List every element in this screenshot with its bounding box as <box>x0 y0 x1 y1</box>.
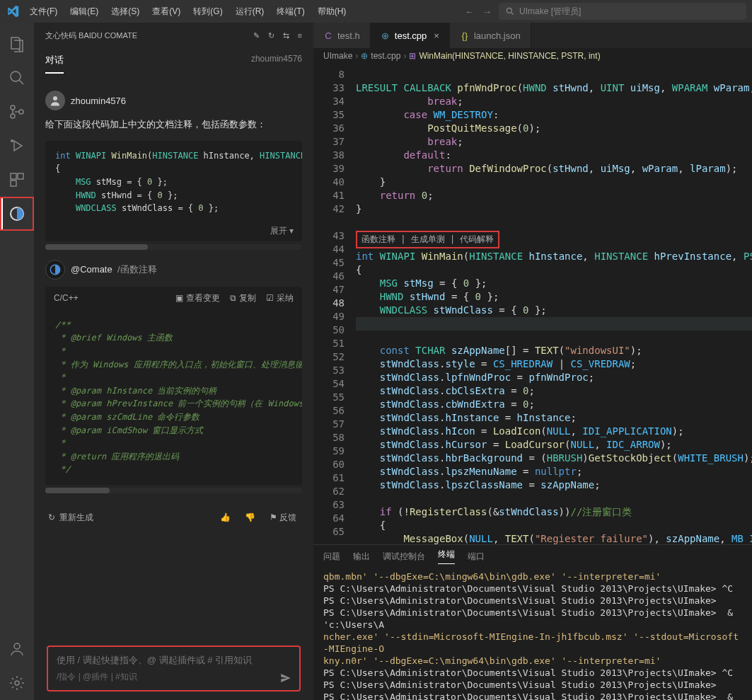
breadcrumb-symbol[interactable]: WinMain(HINSTANCE, HINSTANCE, PSTR, int) <box>419 51 600 61</box>
panel-tab-output[interactable]: 输出 <box>353 551 370 563</box>
comate-avatar <box>45 260 65 280</box>
menu-terminal[interactable]: 终端(T) <box>271 3 310 21</box>
svg-point-14 <box>53 96 57 101</box>
terminal-line: PS C:\Users\Administrator\Documents\Visu… <box>323 679 742 691</box>
terminal-line: PS C:\Users\Administrator\Documents\Visu… <box>323 607 742 631</box>
code-header: C/C++ ▣ 查看变更 ⧉ 复制 ☑ 采纳 <box>45 287 302 310</box>
activity-source-control[interactable] <box>0 95 34 129</box>
tab-launch-json[interactable]: {} launch.json <box>450 23 531 48</box>
svg-line-1 <box>511 13 514 15</box>
chat-tab-dialog[interactable]: 对话 <box>45 48 64 74</box>
menu-view[interactable]: 查看(V) <box>146 3 186 21</box>
sidebar-icon-new[interactable]: ✎ <box>253 31 260 40</box>
terminal-body[interactable]: qbm.mbn' '--dbgExe=C:\mingw64\bin\gdb.ex… <box>313 568 752 700</box>
breadcrumb-file[interactable]: test.cpp <box>371 51 400 61</box>
adopt-button[interactable]: ☑ 采纳 <box>266 292 294 304</box>
code-content[interactable]: LRESULT CALLBACK pfnWndProc(HWND stHwnd,… <box>356 64 752 544</box>
send-icon[interactable] <box>279 672 292 684</box>
activity-accounts[interactable] <box>0 632 34 666</box>
svg-rect-10 <box>11 180 16 186</box>
chat-input-hint: /指令 | @插件 | #知识 <box>57 671 271 683</box>
h-scrollbar-2[interactable] <box>45 488 302 493</box>
terminal-line: PS C:\Users\Administrator\Documents\Visu… <box>323 667 742 679</box>
activity-settings[interactable] <box>0 666 34 700</box>
menu-help[interactable]: 帮助(H) <box>312 3 352 21</box>
h-scrollbar[interactable] <box>45 244 302 250</box>
thumbs-up-icon[interactable]: 👍 <box>217 511 233 524</box>
vscode-logo-icon <box>6 4 20 18</box>
breadcrumb[interactable]: UImake › ⊕ test.cpp › ⊞ WinMain(HINSTANC… <box>313 48 752 64</box>
activity-run-debug[interactable] <box>0 129 34 163</box>
titlebar: 文件(F) 编辑(E) 选择(S) 查看(V) 转到(G) 运行(R) 终端(T… <box>0 0 752 23</box>
breadcrumb-root[interactable]: UImake <box>323 51 352 61</box>
panel-tab-problems[interactable]: 问题 <box>323 551 340 563</box>
chat-input-placeholder: 使用 / 调起快捷指令、@ 调起插件或 # 引用知识 <box>57 654 271 667</box>
user-prompt: 给下面这段代码加上中文的文档注释，包括函数参数： <box>45 117 302 132</box>
user-code-block: int WINAPI WinMain(HINSTANCE hInstance, … <box>45 141 302 224</box>
expand-button[interactable]: 展开 ▾ <box>45 221 302 241</box>
svg-rect-8 <box>11 173 16 179</box>
svg-line-3 <box>19 80 23 84</box>
sidebar-title: 文心快码 BAIDU COMATE <box>45 30 137 41</box>
sidebar-icon-history[interactable]: ↻ <box>268 31 274 40</box>
user-avatar <box>45 91 65 110</box>
editor-panel: C test.h ⊕ test.cpp × {} launch.json UIm… <box>313 23 752 700</box>
copy-button[interactable]: ⧉ 复制 <box>230 292 256 304</box>
regenerate-button[interactable]: ↻ 重新生成 <box>48 512 93 524</box>
tab-test-cpp[interactable]: ⊕ test.cpp × <box>371 23 450 48</box>
command-center[interactable]: UImake [管理员] <box>499 3 746 20</box>
svg-point-2 <box>11 71 21 81</box>
doc-comment-block: /** * @brief Windows 主函数 * * 作为 Windows … <box>45 310 302 485</box>
c-file-icon: C <box>323 30 333 40</box>
thumbs-down-icon[interactable]: 👎 <box>242 511 258 524</box>
svg-point-12 <box>14 643 20 649</box>
codelens-actions[interactable]: 函数注释 | 生成单测 | 代码解释 <box>356 231 499 248</box>
chat-input[interactable]: 使用 / 调起快捷指令、@ 调起插件或 # 引用知识 /指令 | @插件 | #… <box>47 646 301 692</box>
svg-point-4 <box>11 105 15 110</box>
menu-file[interactable]: 文件(F) <box>24 3 63 21</box>
sidebar-comate: 文心快码 BAIDU COMATE ✎ ↻ ⇆ ≡ 对话 zhoumin4576… <box>34 23 313 700</box>
panel-tab-terminal[interactable]: 终端 <box>438 549 455 564</box>
activity-bar <box>0 23 34 700</box>
code-editor[interactable]: 833343536373839404142 434445464748495051… <box>313 64 752 544</box>
terminal-line: kny.n0r' '--dbgExe=C:\mingw64\bin\gdb.ex… <box>323 655 742 667</box>
activity-comate[interactable] <box>0 197 34 231</box>
nav-forward-icon[interactable]: → <box>482 6 492 17</box>
menu-go[interactable]: 转到(G) <box>187 3 228 21</box>
terminal-panel: 问题 输出 调试控制台 终端 端口 qbm.mbn' '--dbgExe=C:\… <box>313 544 752 700</box>
terminal-line: PS C:\Users\Administrator\Documents\Visu… <box>323 691 742 700</box>
sidebar-icon-more[interactable]: ≡ <box>298 31 302 40</box>
tab-test-h[interactable]: C test.h <box>313 23 371 48</box>
terminal-line: ncher.exe' '--stdin=Microsoft-MIEngine-I… <box>323 631 742 655</box>
activity-explorer[interactable] <box>0 27 34 61</box>
json-file-icon: {} <box>460 30 470 40</box>
comate-name: @Comate /函数注释 <box>71 263 157 276</box>
terminal-line: PS C:\Users\Administrator\Documents\Visu… <box>323 595 742 607</box>
sidebar-icon-collapse[interactable]: ⇆ <box>283 31 289 40</box>
close-icon[interactable]: × <box>434 30 439 41</box>
menu-edit[interactable]: 编辑(E) <box>64 3 104 21</box>
menu-selection[interactable]: 选择(S) <box>105 3 145 21</box>
terminal-line: PS C:\Users\Administrator\Documents\Visu… <box>323 583 742 595</box>
menu-bar: 文件(F) 编辑(E) 选择(S) 查看(V) 转到(G) 运行(R) 终端(T… <box>24 3 352 21</box>
chat-username: zhoumin4576 <box>251 48 302 69</box>
terminal-line: qbm.mbn' '--dbgExe=C:\mingw64\bin\gdb.ex… <box>323 570 742 583</box>
panel-tab-debug[interactable]: 调试控制台 <box>383 551 425 563</box>
svg-point-6 <box>19 110 23 114</box>
svg-rect-9 <box>18 173 23 179</box>
activity-extensions[interactable] <box>0 163 34 197</box>
code-lang: C/C++ <box>54 293 79 303</box>
editor-tabs: C test.h ⊕ test.cpp × {} launch.json <box>313 23 752 48</box>
terminal-tabs: 问题 输出 调试控制台 终端 端口 <box>313 545 752 568</box>
svg-point-13 <box>15 681 19 685</box>
menu-run[interactable]: 运行(R) <box>230 3 270 21</box>
cpp-file-icon: ⊕ <box>381 30 391 40</box>
nav-back-icon[interactable]: ← <box>465 6 474 17</box>
feedback-button[interactable]: ⚑ 反馈 <box>267 510 299 525</box>
svg-point-5 <box>11 114 15 118</box>
activity-search[interactable] <box>0 61 34 95</box>
view-diff-button[interactable]: ▣ 查看变更 <box>175 292 220 304</box>
panel-tab-ports[interactable]: 端口 <box>468 551 485 563</box>
line-gutter: 833343536373839404142 434445464748495051… <box>313 64 356 544</box>
search-icon <box>505 6 515 16</box>
